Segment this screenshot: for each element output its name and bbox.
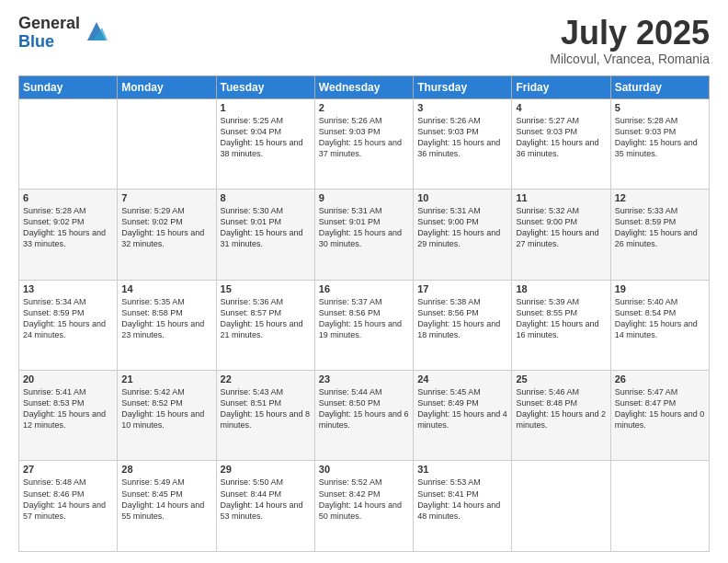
day-info: Sunrise: 5:46 AM Sunset: 8:48 PM Dayligh… xyxy=(516,386,606,431)
day-info: Sunrise: 5:28 AM Sunset: 9:02 PM Dayligh… xyxy=(23,205,113,250)
day-number: 1 xyxy=(221,102,311,113)
day-info: Sunrise: 5:52 AM Sunset: 8:42 PM Dayligh… xyxy=(319,477,409,522)
day-number: 11 xyxy=(516,192,606,203)
title-location: Milcovul, Vrancea, Romania xyxy=(550,52,710,66)
col-saturday: Saturday xyxy=(610,75,709,98)
col-wednesday: Wednesday xyxy=(314,75,413,98)
day-number: 31 xyxy=(417,464,507,475)
table-row xyxy=(512,461,610,552)
table-row: 9Sunrise: 5:31 AM Sunset: 9:01 PM Daylig… xyxy=(314,190,413,280)
day-info: Sunrise: 5:26 AM Sunset: 9:03 PM Dayligh… xyxy=(417,115,507,160)
logo: General Blue xyxy=(18,15,109,52)
day-info: Sunrise: 5:42 AM Sunset: 8:52 PM Dayligh… xyxy=(121,386,211,431)
day-number: 7 xyxy=(121,192,211,203)
day-info: Sunrise: 5:34 AM Sunset: 8:59 PM Dayligh… xyxy=(23,296,113,341)
table-row: 30Sunrise: 5:52 AM Sunset: 8:42 PM Dayli… xyxy=(314,461,413,552)
day-number: 19 xyxy=(615,283,705,294)
title-month: July 2025 xyxy=(550,15,710,52)
day-number: 29 xyxy=(221,464,311,475)
day-number: 26 xyxy=(615,373,705,385)
day-number: 22 xyxy=(221,373,311,385)
table-row: 10Sunrise: 5:31 AM Sunset: 9:00 PM Dayli… xyxy=(414,190,512,280)
day-info: Sunrise: 5:48 AM Sunset: 8:46 PM Dayligh… xyxy=(23,477,113,522)
day-number: 4 xyxy=(516,102,606,113)
day-number: 30 xyxy=(319,464,409,475)
day-number: 3 xyxy=(417,102,507,113)
calendar-week-row: 13Sunrise: 5:34 AM Sunset: 8:59 PM Dayli… xyxy=(19,280,710,370)
day-number: 16 xyxy=(319,283,409,294)
table-row: 22Sunrise: 5:43 AM Sunset: 8:51 PM Dayli… xyxy=(216,371,314,461)
col-sunday: Sunday xyxy=(19,75,118,98)
table-row: 13Sunrise: 5:34 AM Sunset: 8:59 PM Dayli… xyxy=(19,280,118,370)
calendar-header-row: Sunday Monday Tuesday Wednesday Thursday… xyxy=(19,75,710,98)
logo-blue: Blue xyxy=(18,33,80,52)
day-number: 20 xyxy=(23,373,113,385)
day-info: Sunrise: 5:41 AM Sunset: 8:53 PM Dayligh… xyxy=(23,386,113,431)
day-info: Sunrise: 5:50 AM Sunset: 8:44 PM Dayligh… xyxy=(221,477,311,522)
day-number: 25 xyxy=(516,373,606,385)
table-row: 26Sunrise: 5:47 AM Sunset: 8:47 PM Dayli… xyxy=(610,371,709,461)
day-info: Sunrise: 5:38 AM Sunset: 8:56 PM Dayligh… xyxy=(417,296,507,341)
day-info: Sunrise: 5:30 AM Sunset: 9:01 PM Dayligh… xyxy=(221,205,311,250)
calendar-table: Sunday Monday Tuesday Wednesday Thursday… xyxy=(18,75,710,552)
day-number: 9 xyxy=(319,192,409,203)
day-info: Sunrise: 5:33 AM Sunset: 8:59 PM Dayligh… xyxy=(615,205,705,250)
day-info: Sunrise: 5:32 AM Sunset: 9:00 PM Dayligh… xyxy=(516,205,606,250)
day-info: Sunrise: 5:40 AM Sunset: 8:54 PM Dayligh… xyxy=(615,296,705,341)
day-info: Sunrise: 5:27 AM Sunset: 9:03 PM Dayligh… xyxy=(516,115,606,160)
day-info: Sunrise: 5:31 AM Sunset: 9:01 PM Dayligh… xyxy=(319,205,409,250)
day-number: 14 xyxy=(121,283,211,294)
day-number: 28 xyxy=(121,464,211,475)
title-block: July 2025 Milcovul, Vrancea, Romania xyxy=(550,15,710,66)
calendar-week-row: 6Sunrise: 5:28 AM Sunset: 9:02 PM Daylig… xyxy=(19,190,710,280)
table-row xyxy=(19,98,118,189)
table-row: 15Sunrise: 5:36 AM Sunset: 8:57 PM Dayli… xyxy=(216,280,314,370)
table-row: 3Sunrise: 5:26 AM Sunset: 9:03 PM Daylig… xyxy=(414,98,512,189)
day-number: 17 xyxy=(417,283,507,294)
col-tuesday: Tuesday xyxy=(216,75,314,98)
table-row: 31Sunrise: 5:53 AM Sunset: 8:41 PM Dayli… xyxy=(414,461,512,552)
table-row: 14Sunrise: 5:35 AM Sunset: 8:58 PM Dayli… xyxy=(118,280,216,370)
table-row: 4Sunrise: 5:27 AM Sunset: 9:03 PM Daylig… xyxy=(512,98,610,189)
table-row: 21Sunrise: 5:42 AM Sunset: 8:52 PM Dayli… xyxy=(118,371,216,461)
logo-icon xyxy=(84,18,109,44)
day-number: 24 xyxy=(417,373,507,385)
table-row: 28Sunrise: 5:49 AM Sunset: 8:45 PM Dayli… xyxy=(118,461,216,552)
page: General Blue July 2025 Milcovul, Vrancea… xyxy=(0,0,728,563)
table-row: 12Sunrise: 5:33 AM Sunset: 8:59 PM Dayli… xyxy=(610,190,709,280)
day-info: Sunrise: 5:31 AM Sunset: 9:00 PM Dayligh… xyxy=(417,205,507,250)
day-info: Sunrise: 5:49 AM Sunset: 8:45 PM Dayligh… xyxy=(121,477,211,522)
table-row: 18Sunrise: 5:39 AM Sunset: 8:55 PM Dayli… xyxy=(512,280,610,370)
day-number: 18 xyxy=(516,283,606,294)
table-row: 6Sunrise: 5:28 AM Sunset: 9:02 PM Daylig… xyxy=(19,190,118,280)
table-row: 7Sunrise: 5:29 AM Sunset: 9:02 PM Daylig… xyxy=(118,190,216,280)
day-number: 23 xyxy=(319,373,409,385)
table-row: 29Sunrise: 5:50 AM Sunset: 8:44 PM Dayli… xyxy=(216,461,314,552)
day-info: Sunrise: 5:45 AM Sunset: 8:49 PM Dayligh… xyxy=(417,386,507,431)
day-info: Sunrise: 5:44 AM Sunset: 8:50 PM Dayligh… xyxy=(319,386,409,431)
day-info: Sunrise: 5:43 AM Sunset: 8:51 PM Dayligh… xyxy=(221,386,311,431)
table-row: 24Sunrise: 5:45 AM Sunset: 8:49 PM Dayli… xyxy=(414,371,512,461)
day-number: 10 xyxy=(417,192,507,203)
logo-general: General xyxy=(18,15,80,33)
day-number: 6 xyxy=(23,192,113,203)
table-row: 5Sunrise: 5:28 AM Sunset: 9:03 PM Daylig… xyxy=(610,98,709,189)
day-info: Sunrise: 5:47 AM Sunset: 8:47 PM Dayligh… xyxy=(615,386,705,431)
day-number: 12 xyxy=(615,192,705,203)
table-row: 27Sunrise: 5:48 AM Sunset: 8:46 PM Dayli… xyxy=(19,461,118,552)
day-info: Sunrise: 5:37 AM Sunset: 8:56 PM Dayligh… xyxy=(319,296,409,341)
table-row: 25Sunrise: 5:46 AM Sunset: 8:48 PM Dayli… xyxy=(512,371,610,461)
calendar-week-row: 20Sunrise: 5:41 AM Sunset: 8:53 PM Dayli… xyxy=(19,371,710,461)
day-info: Sunrise: 5:28 AM Sunset: 9:03 PM Dayligh… xyxy=(615,115,705,160)
col-monday: Monday xyxy=(118,75,216,98)
table-row: 19Sunrise: 5:40 AM Sunset: 8:54 PM Dayli… xyxy=(610,280,709,370)
day-info: Sunrise: 5:39 AM Sunset: 8:55 PM Dayligh… xyxy=(516,296,606,341)
table-row xyxy=(118,98,216,189)
day-number: 8 xyxy=(221,192,311,203)
logo-text: General Blue xyxy=(18,15,80,52)
col-friday: Friday xyxy=(512,75,610,98)
day-info: Sunrise: 5:29 AM Sunset: 9:02 PM Dayligh… xyxy=(121,205,211,250)
table-row: 23Sunrise: 5:44 AM Sunset: 8:50 PM Dayli… xyxy=(314,371,413,461)
col-thursday: Thursday xyxy=(414,75,512,98)
table-row: 2Sunrise: 5:26 AM Sunset: 9:03 PM Daylig… xyxy=(314,98,413,189)
